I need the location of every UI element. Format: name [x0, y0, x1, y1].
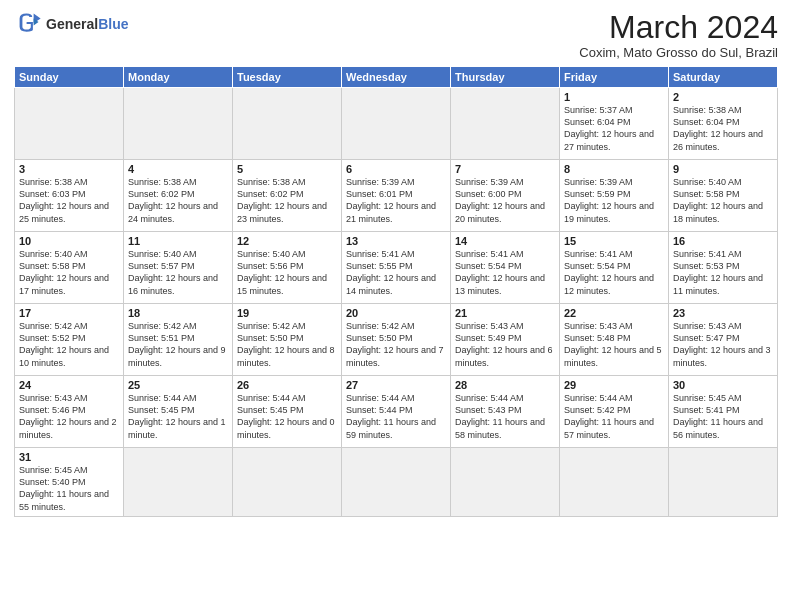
day-number: 13	[346, 235, 446, 247]
col-tuesday: Tuesday	[233, 67, 342, 88]
table-row: 29Sunrise: 5:44 AM Sunset: 5:42 PM Dayli…	[560, 376, 669, 448]
general-blue-logo-icon	[14, 10, 42, 38]
table-row: 26Sunrise: 5:44 AM Sunset: 5:45 PM Dayli…	[233, 376, 342, 448]
day-info: Sunrise: 5:42 AM Sunset: 5:50 PM Dayligh…	[237, 320, 337, 369]
day-info: Sunrise: 5:44 AM Sunset: 5:42 PM Dayligh…	[564, 392, 664, 441]
day-number: 6	[346, 163, 446, 175]
day-info: Sunrise: 5:42 AM Sunset: 5:51 PM Dayligh…	[128, 320, 228, 369]
day-number: 25	[128, 379, 228, 391]
day-info: Sunrise: 5:39 AM Sunset: 6:00 PM Dayligh…	[455, 176, 555, 225]
day-info: Sunrise: 5:39 AM Sunset: 6:01 PM Dayligh…	[346, 176, 446, 225]
table-row: 17Sunrise: 5:42 AM Sunset: 5:52 PM Dayli…	[15, 304, 124, 376]
table-row	[124, 88, 233, 160]
table-row: 10Sunrise: 5:40 AM Sunset: 5:58 PM Dayli…	[15, 232, 124, 304]
day-info: Sunrise: 5:41 AM Sunset: 5:54 PM Dayligh…	[455, 248, 555, 297]
subtitle: Coxim, Mato Grosso do Sul, Brazil	[579, 45, 778, 60]
day-info: Sunrise: 5:42 AM Sunset: 5:52 PM Dayligh…	[19, 320, 119, 369]
day-info: Sunrise: 5:44 AM Sunset: 5:43 PM Dayligh…	[455, 392, 555, 441]
day-info: Sunrise: 5:40 AM Sunset: 5:58 PM Dayligh…	[19, 248, 119, 297]
day-info: Sunrise: 5:38 AM Sunset: 6:03 PM Dayligh…	[19, 176, 119, 225]
calendar-header-row: Sunday Monday Tuesday Wednesday Thursday…	[15, 67, 778, 88]
day-number: 24	[19, 379, 119, 391]
col-friday: Friday	[560, 67, 669, 88]
table-row: 18Sunrise: 5:42 AM Sunset: 5:51 PM Dayli…	[124, 304, 233, 376]
table-row: 5Sunrise: 5:38 AM Sunset: 6:02 PM Daylig…	[233, 160, 342, 232]
day-number: 21	[455, 307, 555, 319]
day-info: Sunrise: 5:45 AM Sunset: 5:41 PM Dayligh…	[673, 392, 773, 441]
logo-text: GeneralBlue	[46, 16, 128, 32]
day-number: 22	[564, 307, 664, 319]
table-row: 9Sunrise: 5:40 AM Sunset: 5:58 PM Daylig…	[669, 160, 778, 232]
day-info: Sunrise: 5:38 AM Sunset: 6:02 PM Dayligh…	[237, 176, 337, 225]
table-row: 22Sunrise: 5:43 AM Sunset: 5:48 PM Dayli…	[560, 304, 669, 376]
table-row: 20Sunrise: 5:42 AM Sunset: 5:50 PM Dayli…	[342, 304, 451, 376]
table-row: 1Sunrise: 5:37 AM Sunset: 6:04 PM Daylig…	[560, 88, 669, 160]
table-row: 14Sunrise: 5:41 AM Sunset: 5:54 PM Dayli…	[451, 232, 560, 304]
table-row	[560, 448, 669, 517]
table-row: 2Sunrise: 5:38 AM Sunset: 6:04 PM Daylig…	[669, 88, 778, 160]
day-info: Sunrise: 5:44 AM Sunset: 5:44 PM Dayligh…	[346, 392, 446, 441]
day-info: Sunrise: 5:44 AM Sunset: 5:45 PM Dayligh…	[237, 392, 337, 441]
day-number: 18	[128, 307, 228, 319]
day-info: Sunrise: 5:41 AM Sunset: 5:54 PM Dayligh…	[564, 248, 664, 297]
table-row	[124, 448, 233, 517]
table-row: 15Sunrise: 5:41 AM Sunset: 5:54 PM Dayli…	[560, 232, 669, 304]
table-row: 23Sunrise: 5:43 AM Sunset: 5:47 PM Dayli…	[669, 304, 778, 376]
table-row	[451, 448, 560, 517]
day-number: 16	[673, 235, 773, 247]
table-row: 8Sunrise: 5:39 AM Sunset: 5:59 PM Daylig…	[560, 160, 669, 232]
table-row	[15, 88, 124, 160]
table-row: 3Sunrise: 5:38 AM Sunset: 6:03 PM Daylig…	[15, 160, 124, 232]
day-number: 14	[455, 235, 555, 247]
col-sunday: Sunday	[15, 67, 124, 88]
table-row	[669, 448, 778, 517]
day-number: 4	[128, 163, 228, 175]
day-info: Sunrise: 5:40 AM Sunset: 5:58 PM Dayligh…	[673, 176, 773, 225]
day-number: 9	[673, 163, 773, 175]
day-number: 26	[237, 379, 337, 391]
table-row: 21Sunrise: 5:43 AM Sunset: 5:49 PM Dayli…	[451, 304, 560, 376]
day-info: Sunrise: 5:37 AM Sunset: 6:04 PM Dayligh…	[564, 104, 664, 153]
table-row: 27Sunrise: 5:44 AM Sunset: 5:44 PM Dayli…	[342, 376, 451, 448]
day-number: 11	[128, 235, 228, 247]
table-row: 30Sunrise: 5:45 AM Sunset: 5:41 PM Dayli…	[669, 376, 778, 448]
day-number: 31	[19, 451, 119, 463]
day-info: Sunrise: 5:38 AM Sunset: 6:04 PM Dayligh…	[673, 104, 773, 153]
logo: GeneralBlue	[14, 10, 128, 38]
table-row: 12Sunrise: 5:40 AM Sunset: 5:56 PM Dayli…	[233, 232, 342, 304]
table-row	[342, 448, 451, 517]
day-info: Sunrise: 5:45 AM Sunset: 5:40 PM Dayligh…	[19, 464, 119, 513]
day-number: 5	[237, 163, 337, 175]
day-number: 29	[564, 379, 664, 391]
day-number: 28	[455, 379, 555, 391]
day-number: 3	[19, 163, 119, 175]
table-row: 6Sunrise: 5:39 AM Sunset: 6:01 PM Daylig…	[342, 160, 451, 232]
day-info: Sunrise: 5:40 AM Sunset: 5:57 PM Dayligh…	[128, 248, 228, 297]
day-info: Sunrise: 5:41 AM Sunset: 5:53 PM Dayligh…	[673, 248, 773, 297]
table-row	[233, 448, 342, 517]
day-number: 8	[564, 163, 664, 175]
day-number: 30	[673, 379, 773, 391]
table-row: 31Sunrise: 5:45 AM Sunset: 5:40 PM Dayli…	[15, 448, 124, 517]
table-row: 19Sunrise: 5:42 AM Sunset: 5:50 PM Dayli…	[233, 304, 342, 376]
table-row: 25Sunrise: 5:44 AM Sunset: 5:45 PM Dayli…	[124, 376, 233, 448]
table-row	[451, 88, 560, 160]
day-number: 2	[673, 91, 773, 103]
day-info: Sunrise: 5:43 AM Sunset: 5:47 PM Dayligh…	[673, 320, 773, 369]
table-row: 7Sunrise: 5:39 AM Sunset: 6:00 PM Daylig…	[451, 160, 560, 232]
day-info: Sunrise: 5:43 AM Sunset: 5:48 PM Dayligh…	[564, 320, 664, 369]
col-wednesday: Wednesday	[342, 67, 451, 88]
day-number: 15	[564, 235, 664, 247]
day-number: 19	[237, 307, 337, 319]
day-number: 12	[237, 235, 337, 247]
day-number: 17	[19, 307, 119, 319]
day-info: Sunrise: 5:40 AM Sunset: 5:56 PM Dayligh…	[237, 248, 337, 297]
table-row	[342, 88, 451, 160]
page: GeneralBlue March 2024 Coxim, Mato Gross…	[0, 0, 792, 612]
day-info: Sunrise: 5:39 AM Sunset: 5:59 PM Dayligh…	[564, 176, 664, 225]
table-row: 24Sunrise: 5:43 AM Sunset: 5:46 PM Dayli…	[15, 376, 124, 448]
title-block: March 2024 Coxim, Mato Grosso do Sul, Br…	[579, 10, 778, 60]
day-info: Sunrise: 5:43 AM Sunset: 5:49 PM Dayligh…	[455, 320, 555, 369]
table-row: 4Sunrise: 5:38 AM Sunset: 6:02 PM Daylig…	[124, 160, 233, 232]
day-info: Sunrise: 5:38 AM Sunset: 6:02 PM Dayligh…	[128, 176, 228, 225]
